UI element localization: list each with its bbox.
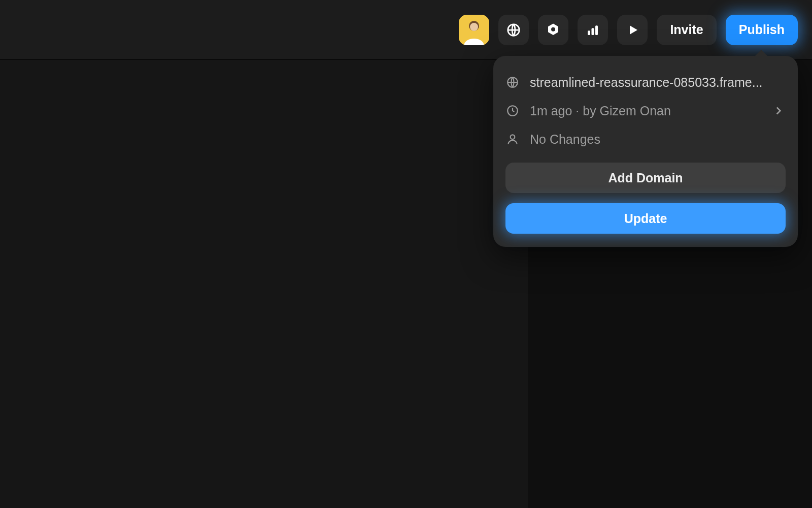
person-icon: [505, 132, 520, 146]
popover-history-text: 1m ago · by Gizem Onan: [530, 104, 761, 118]
globe-button[interactable]: [498, 15, 529, 45]
globe-icon: [506, 22, 521, 38]
add-domain-label: Add Domain: [608, 171, 683, 185]
popover-changes-text: No Changes: [530, 132, 786, 147]
play-icon: [625, 22, 640, 38]
update-label: Update: [624, 211, 667, 226]
update-button[interactable]: Update: [505, 203, 786, 234]
user-avatar[interactable]: [459, 15, 489, 45]
popover-history-row[interactable]: 1m ago · by Gizem Onan: [505, 97, 786, 125]
invite-label: Invite: [670, 22, 703, 37]
bar-chart-icon: [585, 22, 600, 38]
popover-changes-row: No Changes: [505, 125, 786, 153]
globe-icon: [505, 75, 520, 89]
top-toolbar: Invite Publish: [0, 0, 812, 60]
svg-rect-7: [595, 25, 598, 35]
invite-button[interactable]: Invite: [657, 15, 716, 45]
avatar-icon: [459, 15, 489, 45]
popover-domain-text: streamlined-reassurance-085033.frame...: [530, 75, 786, 90]
analytics-button[interactable]: [578, 15, 608, 45]
publish-button[interactable]: Publish: [726, 15, 798, 45]
svg-point-10: [511, 135, 515, 139]
add-domain-button[interactable]: Add Domain: [505, 163, 786, 193]
chevron-right-icon: [771, 104, 786, 118]
canvas-area[interactable]: [0, 60, 528, 508]
svg-point-2: [470, 23, 478, 31]
publish-popover: streamlined-reassurance-085033.frame... …: [493, 56, 798, 247]
preview-button[interactable]: [617, 15, 648, 45]
svg-rect-5: [588, 30, 590, 35]
svg-point-4: [551, 27, 555, 31]
popover-domain-row[interactable]: streamlined-reassurance-085033.frame...: [505, 68, 786, 97]
cms-button[interactable]: [538, 15, 568, 45]
svg-rect-6: [592, 28, 594, 35]
hexagon-icon: [546, 22, 561, 38]
publish-label: Publish: [739, 22, 785, 37]
clock-icon: [505, 104, 520, 118]
